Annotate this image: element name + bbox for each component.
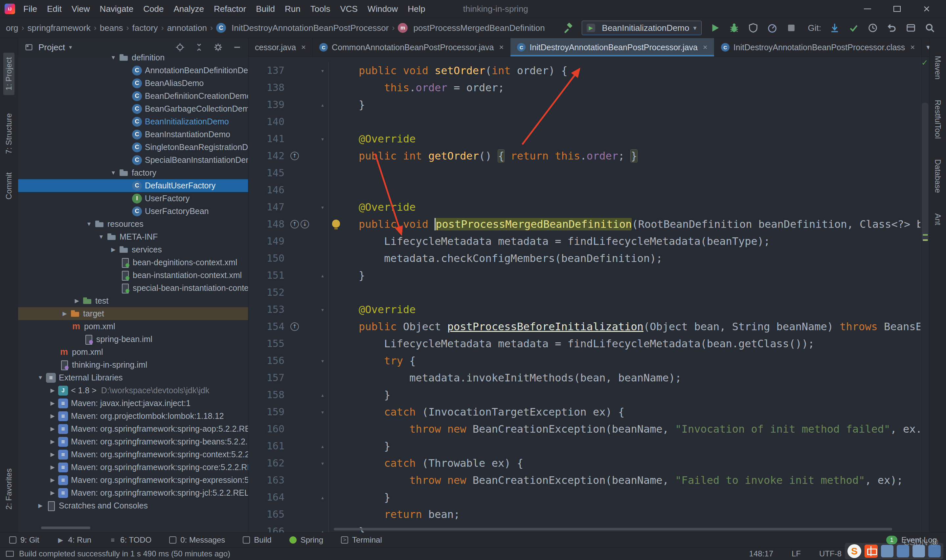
tree-item-beanaliasdemo[interactable]: CBeanAliasDemo [18, 77, 248, 89]
code-text[interactable]: @Override [329, 198, 921, 216]
fold-marker-icon[interactable]: ▴ [317, 267, 329, 284]
fold-marker-icon[interactable]: ▾ [317, 403, 329, 420]
tool-stripe-database[interactable]: Database [933, 159, 942, 193]
code-text[interactable]: LifecycleMetadata metadata = findLifecyc… [329, 233, 921, 250]
fold-marker-icon[interactable]: ▾ [317, 301, 329, 318]
bottom-tab-6-todo[interactable]: ≡6: TODO [109, 535, 151, 545]
code-text[interactable]: return bean; [329, 506, 921, 523]
git-rollback-icon[interactable] [886, 22, 897, 34]
breadcrumb-item-springframework[interactable]: springframework [28, 23, 91, 33]
editor-vscrollbar[interactable] [922, 103, 928, 241]
code-text[interactable] [329, 165, 921, 182]
tree-expand-arrow-icon[interactable]: ▶ [47, 400, 58, 407]
tree-item-resources[interactable]: ▼resources [18, 218, 248, 231]
menu-window[interactable]: Window [363, 0, 403, 18]
breadcrumb-item-beans[interactable]: beans [100, 23, 123, 33]
tree-item-1-8[interactable]: ▶J< 1.8 >D:\workspace\devtools\jdk\jdk [18, 384, 248, 397]
line-number[interactable]: 151 [248, 267, 290, 284]
tree-expand-arrow-icon[interactable]: ▶ [47, 425, 58, 432]
tree-item-maven-org-springframework-spring-core-5-2-2-release[interactable]: ▶≡Maven: org.springframework:spring-core… [18, 461, 248, 474]
run-config-select[interactable]: ▶ BeanInitializationDemo ▾ [582, 21, 702, 35]
code-text[interactable]: this.order = order; [329, 79, 921, 96]
fold-marker-icon[interactable]: ▴ [317, 438, 329, 455]
code-text[interactable]: catch (InvocationTargetException ex) { [329, 403, 921, 420]
line-number[interactable]: 163 [248, 472, 290, 489]
fold-marker-icon[interactable]: ▾ [317, 455, 329, 472]
tree-item-services[interactable]: ▶services [18, 243, 248, 256]
tree-item-maven-org-springframework-spring-beans-5-2-2-release[interactable]: ▶≡Maven: org.springframework:spring-bean… [18, 435, 248, 448]
tool-stripe-commit[interactable]: Commit [4, 172, 14, 200]
code-text[interactable]: throw new BeanCreationException(beanName… [329, 420, 921, 438]
tool-stripe-ant[interactable]: Ant [933, 213, 942, 225]
code-text[interactable]: public int getOrder() { return this.orde… [329, 148, 921, 165]
code-text[interactable] [329, 182, 921, 198]
tree-item-beandefinitioncreationdemo[interactable]: CBeanDefinitionCreationDemo [18, 89, 248, 102]
line-number[interactable]: 146 [248, 182, 290, 198]
tree-item-spring-bean-iml[interactable]: spring-bean.iml [18, 333, 248, 346]
code-text[interactable]: @Override [329, 130, 921, 148]
line-number[interactable]: 140 [248, 113, 290, 130]
code-text[interactable]: @Override [329, 301, 921, 318]
layout-windows-icon[interactable] [905, 22, 917, 34]
tab-close-icon[interactable]: × [910, 43, 915, 52]
menu-file[interactable]: File [18, 0, 42, 18]
fold-marker-icon[interactable]: ▾ [317, 62, 329, 79]
tree-item-meta-inf[interactable]: ▼META-INF [18, 231, 248, 243]
tree-item-specialbeaninstantiationdemo[interactable]: CSpecialBeanInstantiationDemo [18, 154, 248, 166]
tab-close-icon[interactable]: × [703, 43, 707, 52]
code-text[interactable]: } [329, 438, 921, 455]
fold-marker-icon[interactable]: ▴ [317, 489, 329, 506]
line-ending[interactable]: LF [792, 549, 801, 558]
maximize-button[interactable] [882, 0, 912, 18]
breadcrumb-item-annotation[interactable]: annotation [167, 23, 207, 33]
build-hammer-icon[interactable] [563, 22, 574, 34]
tree-item-beangarbagecollectiondemo[interactable]: CBeanGarbageCollectionDemo [18, 102, 248, 115]
fold-marker-icon[interactable]: ▴ [317, 96, 329, 113]
line-number[interactable]: 159 [248, 403, 290, 420]
code-text[interactable]: public Object postProcessBeforeInitializ… [329, 318, 921, 335]
tree-collapse-arrow-icon[interactable]: ▼ [96, 234, 107, 240]
tree-expand-arrow-icon[interactable]: ▶ [71, 297, 82, 304]
breadcrumb-item-postprocessmergedbeandefinition[interactable]: mpostProcessMergedBeanDefinition [398, 23, 545, 33]
fold-marker-icon[interactable]: ▴ [317, 523, 329, 532]
tab-initdestroyannotationbeanpostprocessor-class[interactable]: CInitDestroyAnnotationBeanPostProcessor.… [715, 38, 922, 57]
tree-item-annotationbeandefinitiondemo[interactable]: CAnnotationBeanDefinitionDemo [18, 64, 248, 77]
git-history-icon[interactable] [867, 22, 878, 34]
menu-help[interactable]: Help [403, 0, 430, 18]
menu-vcs[interactable]: VCS [335, 0, 362, 18]
code-text[interactable] [329, 113, 921, 130]
override-up-icon[interactable]: ↑ [290, 152, 299, 160]
tree-expand-arrow-icon[interactable]: ▶ [47, 489, 58, 496]
fold-marker-icon[interactable]: ▾ [317, 352, 329, 369]
line-number[interactable]: 154 [248, 318, 290, 335]
code-text[interactable]: } [329, 386, 921, 403]
tree-expand-arrow-icon[interactable]: ▶ [47, 464, 58, 471]
error-stripe[interactable]: ✓ [920, 57, 929, 532]
tab-close-icon[interactable]: × [499, 43, 504, 52]
code-text[interactable] [329, 284, 921, 301]
fold-marker-icon[interactable]: ▾ [317, 198, 329, 216]
tree-item-external-libraries[interactable]: ▼≡External Libraries [18, 371, 248, 384]
code-text[interactable]: public void setOrder(int order) { [329, 62, 921, 79]
caret-position[interactable]: 148:17 [749, 549, 773, 558]
line-number[interactable]: 160 [248, 420, 290, 438]
tab-commonannotationbeanpostprocessor-java[interactable]: CCommonAnnotationBeanPostProcessor.java× [313, 38, 510, 57]
line-number[interactable]: 164 [248, 489, 290, 506]
tool-stripe-1-project[interactable]: 1: Project [3, 52, 14, 95]
tree-expand-arrow-icon[interactable]: ▶ [47, 438, 58, 445]
bottom-tab-build[interactable]: Build [243, 535, 271, 545]
menu-navigate[interactable]: Navigate [95, 0, 139, 18]
project-hscrollbar[interactable] [41, 526, 90, 529]
tree-item-definition[interactable]: ▼definition [18, 51, 248, 64]
fold-marker-icon[interactable]: ▾ [317, 130, 329, 148]
override-up-icon[interactable]: ↑ [290, 322, 299, 331]
hidden-tabs-chevron-icon[interactable]: ▾ [926, 43, 929, 52]
run-button[interactable] [710, 22, 721, 34]
tree-item-maven-org-springframework-spring-context-5-2-2-release[interactable]: ▶≡Maven: org.springframework:spring-cont… [18, 448, 248, 461]
tool-stripe-7-structure[interactable]: 7: Structure [4, 113, 14, 154]
tree-expand-arrow-icon[interactable]: ▶ [47, 412, 58, 420]
line-number[interactable]: 166 [248, 523, 290, 532]
tree-expand-arrow-icon[interactable]: ▶ [47, 387, 58, 394]
menu-tools[interactable]: Tools [305, 0, 335, 18]
tree-item-bean-instantiation-context-xml[interactable]: bean-instantiation-context.xml [18, 269, 248, 282]
